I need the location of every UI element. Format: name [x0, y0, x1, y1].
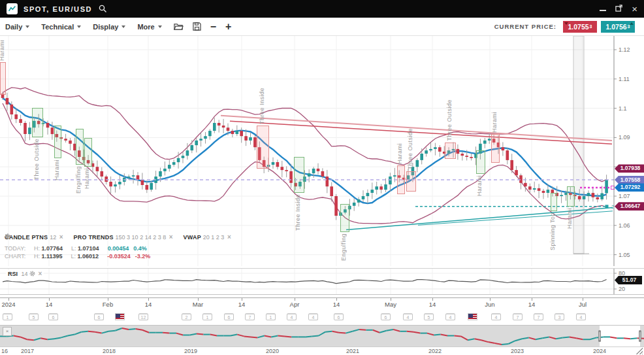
search-icon[interactable] [99, 5, 107, 13]
rsi-close-icon[interactable]: × [39, 270, 42, 277]
gear-icon[interactable] [29, 271, 35, 277]
calendar-event-icon[interactable]: 1 [202, 313, 212, 320]
rsi-value-badge: 51.07 [615, 276, 642, 284]
menu-technical[interactable]: Technical [41, 23, 81, 31]
navigator-year-label: 16 [1, 348, 8, 354]
chevron-down-icon [158, 25, 162, 28]
date-axis-label: 14 [46, 301, 53, 308]
calendar-event-icon[interactable]: 7 [534, 313, 543, 320]
indicator-legend: CANDLE PTNS12 ×PRO TRENDS150 3 10 2 14 2… [5, 233, 231, 260]
pattern-label-harami: Harami [491, 112, 498, 133]
calendar-event-icon[interactable]: 4 [576, 313, 586, 320]
calendar-event-icon[interactable]: 4 [491, 313, 501, 320]
pattern-box-three-inside [257, 126, 269, 169]
bid-price-badge: 1.07553 [563, 21, 597, 33]
chevron-down-icon [121, 25, 125, 28]
chevron-down-icon [77, 25, 81, 28]
current-price-label: CURRENT PRICE: [494, 23, 556, 30]
calendar-event-icon[interactable]: 1 [3, 313, 12, 320]
date-axis-label: 14 [333, 301, 340, 308]
title-bar: SPOT, EUR/USD × [0, 0, 644, 18]
calendar-event-icon[interactable]: 12 [138, 313, 148, 320]
date-axis-label: 2024 [1, 301, 15, 308]
economic-events-row: 15661221671446645447734 [0, 312, 644, 324]
pattern-box-three-outside [406, 171, 416, 192]
date-axis-label: May [385, 301, 396, 308]
ask-price-badge: 1.07563 [601, 21, 635, 33]
gear-icon[interactable] [5, 233, 10, 239]
calendar-event-icon[interactable]: 7 [513, 313, 523, 320]
calendar-event-icon[interactable]: 6 [334, 313, 344, 320]
pattern-label-harami: Harami [566, 208, 573, 229]
pattern-label-engulfing: Engulfing [340, 233, 347, 261]
calendar-event-icon[interactable]: 1 [266, 313, 276, 320]
indicator-vwap: VWAP20 1 2 3 × [184, 233, 231, 241]
pattern-label-harami: Harami [396, 143, 403, 164]
calendar-event-icon[interactable]: 4 [308, 313, 318, 320]
price-alert-badge: 1.06647 [615, 202, 644, 211]
pattern-box-harami [491, 134, 500, 163]
zoom-in-button[interactable]: + [225, 22, 231, 32]
pattern-label-harami: Harami [0, 40, 5, 61]
date-axis-label: 14 [528, 301, 536, 308]
pattern-box-engulfing [340, 204, 349, 232]
date-axis-label: 14 [145, 301, 152, 308]
calendar-event-icon[interactable]: 7 [245, 313, 255, 320]
svg-text:1.09: 1.09 [619, 134, 630, 141]
menu-more[interactable]: More [137, 23, 161, 31]
history-navigator[interactable]: × [0, 325, 644, 347]
navigator-year-label: 2020 [266, 348, 279, 354]
calendar-event-icon[interactable]: 6 [94, 313, 104, 320]
rsi-pane[interactable]: 8020 RSI 14 × [0, 268, 644, 295]
pattern-label-three-outside: Three Outside [446, 99, 453, 141]
pattern-label-three-inside: Three Inside [295, 194, 301, 231]
pattern-box-harami [567, 186, 575, 207]
price-down-arrow-icon [564, 22, 568, 25]
navigator-mini-chart [0, 326, 644, 347]
calendar-event-icon[interactable]: 6 [48, 313, 58, 320]
svg-text:1.11: 1.11 [619, 76, 630, 82]
calendar-event-icon[interactable]: 5 [424, 313, 434, 320]
zoom-out-button[interactable]: − [210, 22, 216, 32]
rsi-param: 14 [22, 271, 28, 277]
menu-timeframe[interactable]: Daily [5, 23, 29, 31]
indicator-close-icon[interactable]: × [59, 233, 63, 241]
indicator-candle-ptns: CANDLE PTNS12 × [5, 233, 63, 241]
date-axis-label: Apr [290, 301, 300, 308]
navigator-year-label: 2022 [428, 348, 442, 354]
calendar-event-icon[interactable]: 4 [445, 313, 455, 320]
calendar-event-icon[interactable]: 4 [403, 313, 413, 320]
calendar-event-icon[interactable]: 6 [381, 313, 391, 320]
save-icon[interactable] [193, 22, 201, 31]
pattern-box-harami [54, 126, 61, 158]
menu-display[interactable]: Display [93, 23, 125, 31]
pattern-box-three-outside [32, 108, 43, 137]
calendar-event-icon[interactable]: 3 [555, 313, 564, 320]
calendar-event-icon[interactable]: 2 [182, 313, 191, 320]
date-axis-label: Jul [579, 301, 587, 308]
svg-text:1.07: 1.07 [619, 193, 630, 199]
toolbar: Daily Technical Display More − + CURRENT… [0, 18, 644, 36]
svg-text:80: 80 [619, 270, 625, 277]
main-price-chart[interactable]: 1.121.111.11.091.081.071.061.052 CANDLE … [0, 36, 644, 266]
minimize-button[interactable] [600, 5, 606, 13]
date-axis-label: Mar [193, 301, 203, 308]
chevron-down-icon [25, 25, 29, 28]
indicator-close-icon[interactable]: × [169, 233, 173, 241]
pattern-box-harami [476, 150, 485, 174]
us-flag-event-icon[interactable] [468, 313, 477, 320]
indicator-close-icon[interactable]: × [227, 233, 231, 241]
close-button[interactable]: × [632, 4, 637, 14]
date-axis: 202414Feb14Mar14Apr14May14Jun14Jul [0, 297, 644, 311]
pattern-box-harami [397, 165, 405, 194]
rsi-settings-gear-icon[interactable] [29, 271, 35, 277]
price-alert-badge: 1.07938 [615, 164, 644, 173]
open-folder-icon[interactable] [174, 23, 184, 31]
calendar-event-icon[interactable]: 4 [287, 313, 297, 320]
us-flag-event-icon[interactable] [115, 313, 125, 320]
navigator-close-icon[interactable]: × [3, 327, 12, 336]
calendar-event-icon[interactable]: 6 [224, 313, 234, 320]
calendar-event-icon[interactable]: 5 [29, 313, 39, 320]
rsi-plot: 8020 [0, 269, 644, 294]
popout-button[interactable] [615, 5, 622, 13]
